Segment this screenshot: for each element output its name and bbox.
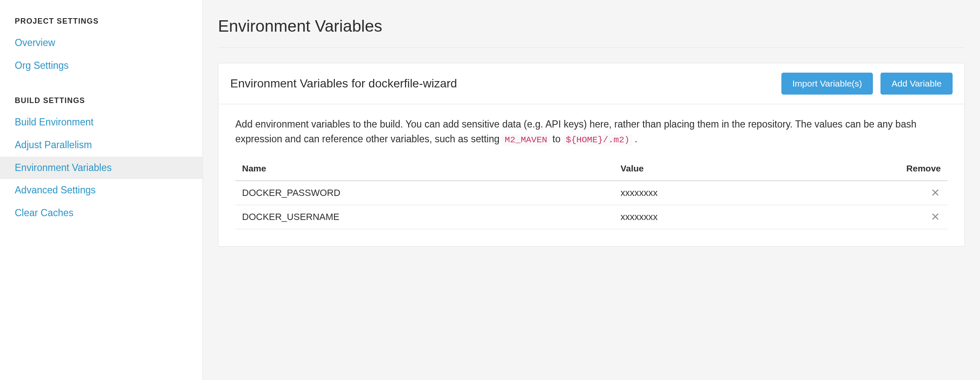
close-icon — [932, 189, 939, 196]
layout: PROJECT SETTINGS Overview Org Settings B… — [0, 0, 980, 380]
table-row: DOCKER_USERNAME xxxxxxxx — [235, 205, 948, 229]
env-variables-table: Name Value Remove DOCKER_PASSWORD xxxxxx… — [235, 159, 948, 229]
sidebar-item-environment-variables[interactable]: Environment Variables — [0, 157, 202, 179]
close-icon — [932, 213, 939, 220]
main: Environment Variables Environment Variab… — [202, 0, 980, 380]
table-header-row: Name Value Remove — [235, 159, 948, 181]
sidebar-item-adjust-parallelism[interactable]: Adjust Parallelism — [0, 134, 202, 157]
env-variables-card: Environment Variables for dockerfile-wiz… — [218, 63, 965, 247]
remove-cell — [785, 205, 948, 229]
column-remove: Remove — [785, 159, 948, 181]
page-title: Environment Variables — [218, 17, 965, 48]
sidebar-section-build: BUILD SETTINGS Build Environment Adjust … — [0, 96, 202, 225]
env-var-value: xxxxxxxx — [614, 181, 785, 205]
sidebar-item-clear-caches[interactable]: Clear Caches — [0, 202, 202, 225]
sidebar: PROJECT SETTINGS Overview Org Settings B… — [0, 0, 202, 380]
env-var-name: DOCKER_PASSWORD — [235, 181, 614, 205]
section-heading-build: BUILD SETTINGS — [0, 96, 202, 111]
column-value: Value — [614, 159, 785, 181]
code-home-m2: ${HOME}/.m2) — [563, 134, 632, 146]
sidebar-item-org-settings[interactable]: Org Settings — [0, 54, 202, 77]
remove-button[interactable] — [930, 187, 941, 198]
section-heading-project: PROJECT SETTINGS — [0, 17, 202, 32]
table-row: DOCKER_PASSWORD xxxxxxxx — [235, 181, 948, 205]
button-group: Import Variable(s) Add Variable — [781, 73, 953, 95]
import-variables-button[interactable]: Import Variable(s) — [781, 73, 873, 95]
env-var-name: DOCKER_USERNAME — [235, 205, 614, 229]
column-name: Name — [235, 159, 614, 181]
sidebar-item-advanced-settings[interactable]: Advanced Settings — [0, 179, 202, 202]
sidebar-item-build-environment[interactable]: Build Environment — [0, 111, 202, 134]
sidebar-section-project: PROJECT SETTINGS Overview Org Settings — [0, 17, 202, 77]
card-header: Environment Variables for dockerfile-wiz… — [218, 63, 964, 104]
description-text-2: to — [552, 133, 563, 144]
description-text-3: . — [635, 133, 637, 144]
code-m2-maven: M2_MAVEN — [502, 134, 550, 146]
remove-cell — [785, 181, 948, 205]
card-body: Add environment variables to the build. … — [218, 104, 964, 246]
env-var-value: xxxxxxxx — [614, 205, 785, 229]
sidebar-item-overview[interactable]: Overview — [0, 32, 202, 54]
description: Add environment variables to the build. … — [235, 117, 948, 147]
nav-list-build: Build Environment Adjust Parallelism Env… — [0, 111, 202, 225]
remove-button[interactable] — [930, 211, 941, 222]
add-variable-button[interactable]: Add Variable — [880, 73, 953, 95]
card-title: Environment Variables for dockerfile-wiz… — [230, 77, 457, 90]
nav-list-project: Overview Org Settings — [0, 32, 202, 77]
